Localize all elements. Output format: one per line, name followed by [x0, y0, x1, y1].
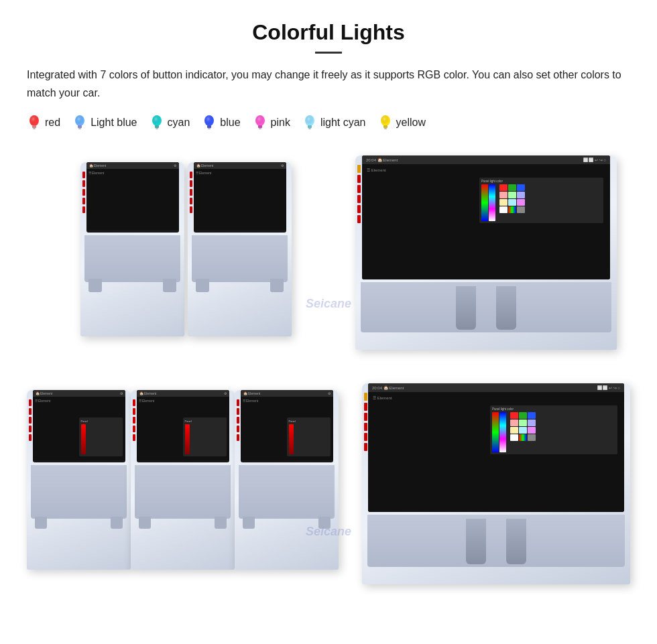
color-item-lightblue: Light blue	[72, 114, 137, 131]
bulb-icon-lightblue	[72, 114, 87, 131]
bulb-icon-yellow	[378, 114, 393, 131]
title-divider	[315, 52, 342, 54]
device-top-3: 20:04 🏠 Element ⬜ ⬜ ↩ ↪ ○ ☰ Element Pane…	[355, 150, 617, 350]
svg-point-1	[29, 115, 39, 126]
color-item-yellow: yellow	[378, 114, 426, 131]
page-container: Colorful Lights Integrated with 7 colors…	[0, 0, 657, 613]
svg-rect-2	[32, 125, 36, 128]
svg-rect-23	[308, 128, 311, 129]
color-label-lightcyan: light cyan	[320, 117, 366, 129]
color-item-lightcyan: light cyan	[302, 114, 366, 131]
color-panel-bottom: Panel light color	[490, 405, 617, 454]
svg-rect-10	[155, 125, 159, 128]
color-panel-top: Panel light color	[479, 178, 603, 223]
bulb-icon-pink	[253, 114, 267, 131]
color-item-pink: pink	[253, 114, 290, 131]
svg-rect-15	[208, 128, 211, 129]
color-label-yellow: yellow	[396, 117, 426, 129]
color-row: red Light blue cyan	[27, 114, 630, 131]
panel-title: Panel light color	[481, 180, 601, 183]
color-label-red: red	[45, 117, 60, 129]
svg-point-5	[75, 115, 84, 126]
svg-point-21	[305, 115, 314, 126]
svg-rect-22	[308, 125, 312, 128]
device-bot-3: 🏠 Element ⚙ ☰ Element Panel	[235, 385, 339, 570]
page-title: Colorful Lights	[27, 20, 630, 45]
svg-rect-19	[259, 128, 261, 129]
svg-rect-18	[258, 125, 262, 128]
bulb-icon-blue	[202, 114, 217, 131]
watermark-top: Seicane	[306, 297, 351, 311]
side-buttons-3	[357, 165, 361, 223]
bulb-icon-cyan	[150, 114, 164, 131]
device-top-1: 🏠 Element ⚙ ☰ Element	[80, 157, 184, 336]
color-label-lightblue: Light blue	[91, 117, 137, 129]
bulb-icon-red	[27, 114, 42, 131]
svg-rect-27	[384, 128, 387, 129]
svg-point-13	[204, 115, 214, 126]
svg-point-25	[381, 115, 390, 126]
color-label-blue: blue	[220, 117, 240, 129]
color-item-blue: blue	[202, 114, 240, 131]
bulb-icon-lightcyan	[302, 114, 317, 131]
svg-point-9	[152, 115, 162, 126]
svg-point-17	[255, 115, 265, 126]
color-item-cyan: cyan	[150, 114, 190, 131]
devices-bottom-section: 🏠 Element ⚙ ☰ Element Panel	[27, 378, 630, 599]
color-label-pink: pink	[271, 117, 290, 129]
side-buttons-1	[82, 172, 85, 213]
description-text: Integrated with 7 colors of button indic…	[27, 66, 630, 102]
svg-rect-11	[156, 128, 158, 129]
svg-rect-14	[207, 125, 211, 128]
devices-top-section: 🏠 Element ⚙ ☰ Element	[27, 150, 630, 365]
device-bot-1: 🏠 Element ⚙ ☰ Element Panel	[27, 385, 131, 570]
color-item-red: red	[27, 114, 60, 131]
panel-title-bot: Panel light color	[492, 407, 615, 411]
side-buttons-2	[190, 172, 192, 213]
svg-rect-7	[78, 128, 81, 129]
device-bot-2: 🏠 Element ⚙ ☰ Element Panel	[131, 385, 235, 570]
svg-rect-3	[33, 128, 36, 129]
color-label-cyan: cyan	[168, 117, 190, 129]
device-top-2: 🏠 Element ⚙ ☰ Element	[188, 157, 292, 336]
svg-rect-6	[78, 125, 82, 128]
svg-rect-26	[383, 125, 387, 128]
device-bot-4: 20:04 🏠 Element ⬜ ⬜ ↩ ↪ ○ ☰ Element Pane…	[362, 378, 630, 584]
